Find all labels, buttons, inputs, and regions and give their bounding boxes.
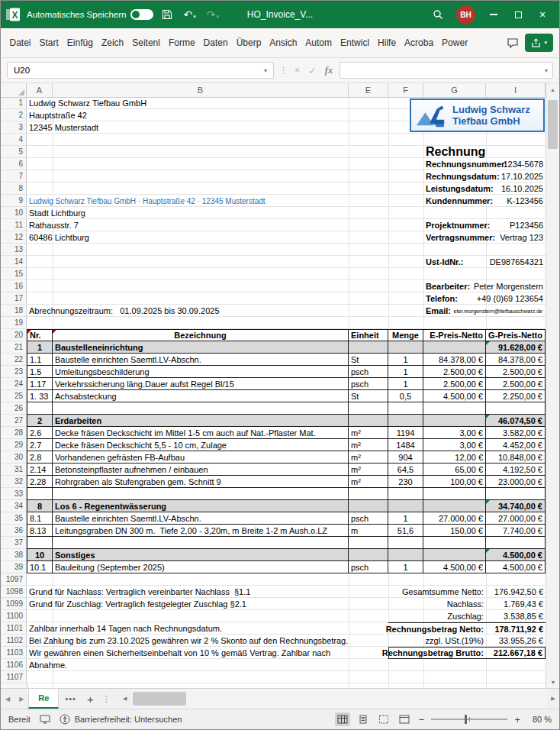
cell-A39[interactable]: 10.1: [27, 561, 53, 573]
add-sheet-button[interactable]: +: [82, 693, 98, 706]
cell-G1099[interactable]: Nachlass:: [423, 598, 486, 610]
cell-A20[interactable]: Nr.: [27, 329, 53, 341]
cell-G6[interactable]: Rechnungsnummer:: [423, 158, 486, 170]
row-header-12[interactable]: 12: [1, 231, 27, 244]
cell-E22[interactable]: St: [349, 354, 388, 366]
row-header-21[interactable]: 21: [1, 341, 27, 354]
select-all-button[interactable]: [1, 83, 27, 97]
cell-E39[interactable]: psch: [349, 561, 388, 573]
cell-A29[interactable]: 2.7: [27, 439, 53, 451]
cell-E34[interactable]: [349, 500, 388, 512]
row-header-1107[interactable]: 1107: [1, 671, 27, 683]
row-header-8[interactable]: 8: [1, 182, 27, 195]
cell-A36[interactable]: 8.13: [27, 525, 53, 537]
cell-A11[interactable]: Rathausstr. 7: [27, 219, 53, 231]
row-header-1[interactable]: 1: [1, 97, 27, 109]
cell-B24[interactable]: Verkehrssicherung läng.Dauer aufst Regel…: [53, 378, 349, 390]
cell-G21[interactable]: [423, 341, 486, 354]
excel-app-icon[interactable]: X: [5, 7, 21, 22]
cell-I30[interactable]: 10.848,00 €: [486, 451, 546, 464]
cell-G12[interactable]: Vertragsnummer:: [423, 231, 486, 244]
cell-A24[interactable]: 1.17: [27, 378, 53, 390]
cell-F37[interactable]: [388, 537, 423, 549]
sheet-options-icon[interactable]: ⋮: [98, 694, 114, 704]
cell-G37[interactable]: [423, 537, 486, 549]
row-header-1099[interactable]: 1099: [1, 598, 27, 610]
cell-B38[interactable]: Sonstiges: [53, 549, 349, 561]
cell-I17[interactable]: +49 (0)69 123654: [486, 292, 546, 305]
row-header-36[interactable]: 36: [1, 525, 27, 537]
cell-B32[interactable]: Rohrgraben als Stufengraben gem. Schnitt…: [53, 476, 349, 488]
cell-I37[interactable]: [486, 537, 546, 549]
vertical-scrollbar[interactable]: ▲ ▼: [546, 83, 559, 688]
row-header-19[interactable]: 19: [1, 317, 27, 329]
row-header-37[interactable]: 37: [1, 537, 27, 549]
ribbon-tab-ansich[interactable]: Ansich: [266, 28, 301, 57]
ribbon-tab-start[interactable]: Start: [35, 28, 63, 57]
cell-E26[interactable]: [349, 402, 388, 415]
col-header-E[interactable]: E: [349, 83, 388, 97]
cell-G39[interactable]: 4.500,00 €: [423, 561, 486, 573]
cell-F38[interactable]: [388, 549, 423, 561]
cell-E38[interactable]: [349, 549, 388, 561]
cell-I22[interactable]: 84.378,00 €: [486, 354, 546, 366]
cell-B27[interactable]: Erdarbeiten: [53, 415, 349, 427]
cell-I32[interactable]: 23.000,00 €: [486, 476, 546, 488]
cell-A1[interactable]: Ludwig Schwarz Tiefbau GmbH: [27, 97, 53, 109]
col-header-B[interactable]: B: [53, 83, 349, 97]
row-header-24[interactable]: 24: [1, 378, 27, 390]
cell-A1106[interactable]: Abnahme.: [27, 659, 53, 671]
row-header-17[interactable]: 17: [1, 292, 27, 305]
cell-I1102[interactable]: 33.955,26 €: [486, 635, 546, 647]
hscroll-right-button[interactable]: ▶: [547, 696, 559, 702]
row-header-25[interactable]: 25: [1, 390, 27, 402]
hscroll-left-button[interactable]: ◀: [119, 696, 131, 702]
cell-A1102[interactable]: Bei Zahlung bis zum 23.10.2025 gewähren …: [27, 635, 53, 647]
cell-G34[interactable]: [423, 500, 486, 512]
zoom-slider-knob[interactable]: [465, 715, 467, 724]
row-header-29[interactable]: 29: [1, 439, 27, 451]
col-header-A[interactable]: A: [27, 83, 53, 97]
cell-G7[interactable]: Rechnungsdatum:: [423, 170, 486, 182]
cell-B37[interactable]: [53, 537, 349, 549]
cell-A30[interactable]: 2.8: [27, 451, 53, 464]
cell-A18[interactable]: Abrechnungszeitraum: 01.09.2025 bis 30.0…: [27, 305, 53, 317]
cell-G33[interactable]: [423, 488, 486, 500]
cell-I8[interactable]: 16.10.2025: [486, 182, 546, 195]
cell-A37[interactable]: [27, 537, 53, 549]
cell-E27[interactable]: [349, 415, 388, 427]
cell-A32[interactable]: 2.28: [27, 476, 53, 488]
row-header-15[interactable]: 15: [1, 268, 27, 280]
undo-dropdown-icon[interactable]: ▾: [193, 13, 196, 20]
cell-F26[interactable]: [388, 402, 423, 415]
cell-A31[interactable]: 2.14: [27, 464, 53, 476]
cell-G36[interactable]: 150,00 €: [423, 525, 486, 537]
cell-I1103[interactable]: 212.667,18 €: [486, 647, 546, 659]
cell-B25[interactable]: Achsabsteckung: [53, 390, 349, 402]
cell-G1102[interactable]: zzgl. USt.(19%): [423, 635, 486, 647]
cell-F22[interactable]: 1: [388, 354, 423, 366]
cell-A35[interactable]: 8.1: [27, 512, 53, 525]
page-layout-view-button[interactable]: [356, 712, 371, 726]
confirm-entry-button[interactable]: ✓: [307, 65, 317, 76]
cell-B23[interactable]: Umleitungsbeschilderung: [53, 366, 349, 378]
row-header-11[interactable]: 11: [1, 219, 27, 231]
redo-button[interactable]: ↷ ▾: [204, 8, 221, 21]
cell-E25[interactable]: St: [349, 390, 388, 402]
autosave-toggle[interactable]: [130, 9, 153, 20]
cell-G1098[interactable]: Gesamtsumme Netto:: [423, 586, 486, 598]
cell-G32[interactable]: 100,00 €: [423, 476, 486, 488]
cell-A1098[interactable]: Grund für Nachlass: Vertraglich vereinba…: [27, 586, 53, 598]
cell-B31[interactable]: Betonsteinpflaster aufnehmen / einbauen: [53, 464, 349, 476]
row-header-1098[interactable]: 1098: [1, 586, 27, 598]
col-header-I[interactable]: I: [486, 83, 546, 97]
cell-A9[interactable]: Ludwig Schwarz Tiefbau GmbH · Hauptstraß…: [27, 195, 53, 207]
redo-dropdown-icon[interactable]: ▾: [216, 13, 219, 20]
col-header-F[interactable]: F: [388, 83, 423, 97]
cell-G35[interactable]: 27.000,00 €: [423, 512, 486, 525]
cell-B26[interactable]: [53, 402, 349, 415]
ribbon-tab-autom[interactable]: Autom: [301, 28, 336, 57]
share-button[interactable]: ▾: [525, 34, 553, 52]
cell-B39[interactable]: Bauleitung (September 2025): [53, 561, 349, 573]
ribbon-tab-seitenl[interactable]: Seitenl: [128, 28, 165, 57]
